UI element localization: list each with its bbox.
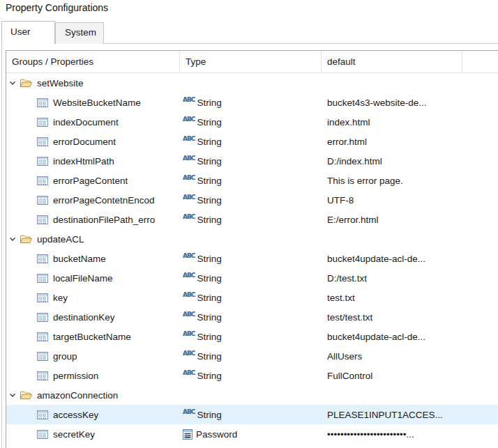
property-default-value: AllUsers	[327, 351, 362, 362]
property-type: String	[197, 351, 221, 362]
column-header-groups-properties[interactable]: Groups / Properties	[6, 51, 180, 72]
property-grid-icon	[37, 118, 48, 127]
property-grid-icon	[37, 215, 48, 224]
group-default-cell	[322, 385, 462, 405]
property-name: errorPageContent	[53, 176, 128, 186]
property-default-value: bucket4update-acl-de...	[327, 254, 425, 264]
property-name: key	[53, 293, 68, 303]
property-grid-icon	[37, 293, 48, 302]
string-abc-icon: ABC	[183, 252, 195, 259]
property-name: errorPageContetnEncod	[53, 195, 155, 206]
property-default-value: test.txt	[327, 293, 355, 303]
string-abc-icon: ABC	[183, 116, 195, 123]
table-row[interactable]: localFileNameABCStringD:/test.txt	[6, 268, 498, 288]
table-row[interactable]: destinationFilePath_erroABCStringE:/erro…	[6, 210, 498, 229]
tab-content-panel: Groups / Properties Type default setWebs…	[1, 43, 498, 448]
property-type: String	[197, 254, 221, 264]
property-grid-icon	[37, 157, 48, 166]
property-type: String	[197, 137, 221, 147]
property-default-value: FullControl	[327, 371, 372, 381]
property-name: permission	[53, 371, 98, 381]
table-row[interactable]: keyABCStringtest.txt	[6, 288, 498, 307]
property-type: String	[197, 332, 221, 342]
property-default-value: D:/test.txt	[327, 273, 367, 284]
string-abc-icon: ABC	[183, 155, 195, 162]
table-row[interactable]: targetBucketNameABCStringbucket4update-a…	[6, 327, 498, 346]
tab-system[interactable]: System	[55, 22, 104, 44]
string-abc-icon: ABC	[183, 174, 195, 181]
property-name: destinationKey	[53, 312, 115, 323]
table-row[interactable]: indexDocumentABCStringindex.html	[6, 112, 498, 132]
group-name: amazonConnection	[37, 390, 118, 401]
column-header-default[interactable]: default	[322, 51, 462, 72]
page-title: Property Configurations	[6, 2, 108, 13]
string-abc-icon: ABC	[183, 272, 195, 279]
property-type: String	[197, 293, 221, 303]
string-abc-icon: ABC	[183, 311, 195, 318]
group-row[interactable]: amazonConnection	[6, 385, 498, 405]
property-type: String	[197, 371, 221, 381]
property-default-value: bucket4s3-website-de...	[327, 98, 427, 108]
property-type: String	[197, 312, 221, 323]
property-default-value: This is error page.	[327, 176, 403, 186]
property-grid-icon	[37, 176, 48, 185]
property-type: Password	[196, 429, 237, 440]
property-type: String	[197, 410, 221, 420]
table-row[interactable]: groupABCStringAllUsers	[6, 346, 498, 366]
table-row[interactable]: errorPageContetnEncodABCStringUTF-8	[6, 190, 498, 210]
table-row[interactable]: indexHtmlPathABCStringD:/index.html	[6, 151, 498, 171]
column-header-filler	[462, 51, 498, 72]
property-default-value: PLEASE1INPUT1ACCES...	[327, 410, 443, 420]
table-row[interactable]: errorDocumentABCStringerror.html	[6, 132, 498, 151]
table-body: setWebsiteWebsiteBucketNameABCStringbuck…	[6, 73, 498, 444]
table-row[interactable]: errorPageContentABCStringThis is error p…	[6, 171, 498, 190]
string-abc-icon: ABC	[183, 350, 195, 357]
string-abc-icon: ABC	[183, 408, 195, 415]
property-grid-icon	[37, 313, 48, 322]
property-type: String	[197, 176, 221, 186]
folder-icon	[20, 78, 33, 88]
chevron-down-icon[interactable]	[9, 237, 16, 242]
column-header-type[interactable]: Type	[180, 51, 322, 72]
group-row[interactable]: updateACL	[6, 229, 498, 249]
property-name: errorDocument	[53, 137, 116, 147]
group-type-cell	[180, 73, 322, 93]
table-row[interactable]: WebsiteBucketNameABCStringbucket4s3-webs…	[6, 93, 498, 112]
group-type-cell	[180, 385, 322, 405]
chevron-down-icon[interactable]	[9, 393, 16, 398]
group-default-cell	[322, 229, 462, 249]
group-name: setWebsite	[37, 78, 84, 88]
property-type: String	[197, 195, 221, 206]
string-abc-icon: ABC	[183, 194, 195, 201]
property-grid-icon	[37, 196, 48, 205]
table-row[interactable]: permissionABCStringFullControl	[6, 366, 498, 385]
property-default-value: D:/index.html	[327, 156, 382, 167]
table-header: Groups / Properties Type default	[6, 51, 498, 73]
property-default-value: ••••••••••••••••••••••••...	[327, 429, 414, 440]
property-grid-icon	[37, 137, 48, 146]
property-grid-icon	[37, 254, 48, 263]
property-grid-icon	[37, 410, 48, 419]
property-grid-icon	[37, 430, 48, 439]
property-name: indexDocument	[53, 117, 119, 128]
table-row[interactable]: bucketNameABCStringbucket4update-acl-de.…	[6, 249, 498, 268]
group-row[interactable]: setWebsite	[6, 73, 498, 93]
property-default-value: bucket4update-acl-de...	[327, 332, 425, 342]
property-grid-icon	[37, 371, 48, 380]
table-row[interactable]: accessKeyABCStringPLEASE1INPUT1ACCES...	[6, 405, 498, 424]
property-grid-icon	[37, 98, 48, 107]
chevron-down-icon[interactable]	[9, 81, 16, 86]
table-row[interactable]: destinationKeyABCStringtest/test.txt	[6, 307, 498, 327]
property-name: bucketName	[53, 254, 106, 264]
table-row[interactable]: secretKeyPassword•••••••••••••••••••••••…	[6, 424, 498, 444]
string-abc-icon: ABC	[183, 213, 195, 220]
string-abc-icon: ABC	[183, 135, 195, 142]
string-abc-icon: ABC	[183, 96, 195, 103]
property-type: String	[197, 215, 221, 225]
property-name: WebsiteBucketName	[53, 98, 141, 108]
string-abc-icon: ABC	[183, 369, 195, 376]
property-name: destinationFilePath_erro	[53, 215, 155, 225]
string-abc-icon: ABC	[183, 291, 195, 298]
tab-user[interactable]: User	[1, 21, 55, 44]
property-default-value: E:/error.html	[327, 215, 379, 225]
